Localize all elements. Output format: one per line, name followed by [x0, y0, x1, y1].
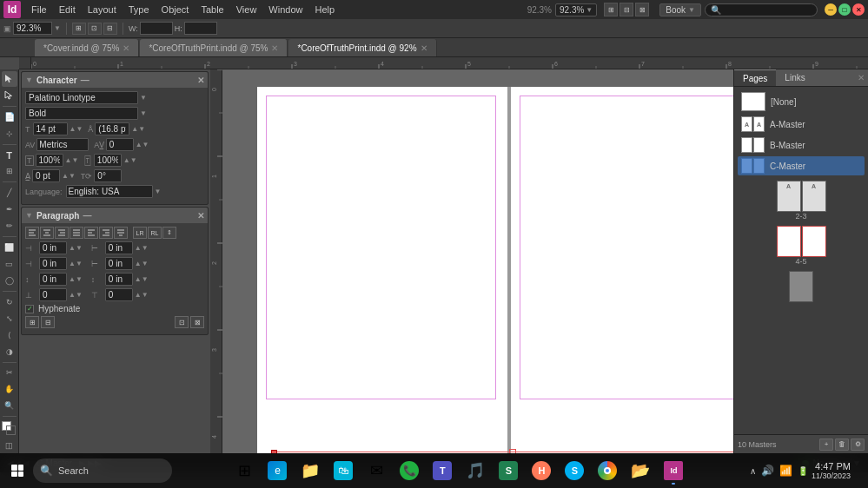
align-justify2[interactable]: [84, 227, 98, 239]
taskbar-app-skype[interactable]: S: [559, 455, 590, 486]
tool-zoom[interactable]: 🔍: [2, 398, 17, 413]
pages-settings-button[interactable]: ⚙: [851, 439, 865, 451]
tab-active-close[interactable]: ✕: [421, 43, 427, 53]
option-btn1[interactable]: ⊞: [72, 23, 86, 35]
menu-view[interactable]: View: [231, 3, 262, 16]
fill-stroke-swatches[interactable]: [2, 421, 17, 435]
align-justify4[interactable]: [114, 227, 128, 239]
indent-left-input[interactable]: 0 in: [39, 241, 67, 254]
text-col[interactable]: ⇕: [162, 227, 176, 239]
character-panel-minimize[interactable]: —: [81, 76, 89, 85]
tool-scissors[interactable]: ✂: [2, 366, 17, 381]
tracking-input[interactable]: 0: [106, 138, 134, 151]
taskbar-app-music[interactable]: 🎵: [460, 455, 491, 486]
zoom-input[interactable]: [13, 22, 52, 35]
language-select[interactable]: English: USA: [66, 185, 153, 198]
tab-cover-close[interactable]: ✕: [123, 43, 129, 53]
tool-pen[interactable]: ✒: [2, 201, 17, 217]
character-panel-close[interactable]: ✕: [197, 76, 204, 85]
pages-new-button[interactable]: +: [819, 439, 833, 451]
arrange-button[interactable]: ⊞: [604, 3, 618, 16]
character-panel-header[interactable]: ▼ Character — ✕: [22, 72, 208, 88]
links-tab[interactable]: Links: [776, 69, 813, 86]
align-right[interactable]: [55, 227, 69, 239]
tool-direct-select[interactable]: [2, 88, 17, 103]
menu-object[interactable]: Object: [156, 3, 195, 16]
align-left[interactable]: [25, 227, 39, 239]
spread-2-3[interactable]: A A 2-3: [738, 181, 865, 221]
master-c[interactable]: C-Master: [738, 156, 865, 175]
taskbar-app-hubspot[interactable]: H: [526, 455, 557, 486]
first-indent-input[interactable]: 0 in: [39, 257, 67, 270]
para-btn3[interactable]: ⊡: [175, 316, 189, 328]
master-a[interactable]: A A A-Master: [738, 115, 865, 134]
tool-rect[interactable]: ▭: [2, 256, 17, 272]
tool-ellipse[interactable]: ◯: [2, 273, 17, 288]
taskbar-clock[interactable]: 4:47 PM 11/30/2023: [812, 461, 851, 480]
tray-chevron[interactable]: ∧: [750, 466, 756, 476]
indent-right-input[interactable]: 0 in: [105, 241, 133, 254]
paragraph-panel-minimize[interactable]: —: [83, 211, 91, 221]
pages-trash-button[interactable]: 🗑: [835, 439, 849, 451]
tab-print-close[interactable]: ✕: [271, 43, 278, 53]
text-rtl[interactable]: RL: [148, 227, 162, 239]
baseline-input[interactable]: 0 pt: [32, 169, 60, 182]
taskbar-app-widgets[interactable]: ⊞: [229, 455, 260, 486]
option-btn2[interactable]: ⊡: [88, 23, 102, 35]
tool-scale[interactable]: ⤡: [2, 311, 17, 326]
tab-cover[interactable]: *Cover.indd @ 75% ✕: [35, 39, 139, 56]
scale-h-input[interactable]: 100%: [36, 154, 63, 167]
tray-battery[interactable]: 🔋: [798, 466, 808, 476]
space-before-input[interactable]: 0 in: [39, 273, 67, 286]
spread-4-5[interactable]: 4-5: [738, 226, 865, 266]
align-justify[interactable]: [70, 227, 83, 239]
scale-v-input[interactable]: 100%: [94, 154, 122, 167]
taskbar-app-chrome[interactable]: [592, 455, 623, 486]
font-style-input[interactable]: Bold: [25, 107, 138, 120]
tool-mode[interactable]: ◫: [2, 438, 17, 453]
tool-table[interactable]: ⊞: [2, 164, 17, 180]
para-btn4[interactable]: ⊠: [190, 316, 204, 328]
pages-panel-close[interactable]: ✕: [858, 73, 868, 82]
taskbar-app-teams[interactable]: T: [427, 455, 458, 486]
align-justify3[interactable]: [99, 227, 113, 239]
para-btn2[interactable]: ⊟: [41, 316, 55, 328]
tool-text[interactable]: T: [2, 148, 17, 163]
zoom-control[interactable]: 92.3% ▼: [555, 3, 597, 16]
tool-rotate[interactable]: ↻: [2, 294, 17, 310]
tool-pencil[interactable]: ✏: [2, 218, 17, 234]
kerning-type-select[interactable]: MetricsOptical0: [36, 138, 89, 151]
tool-shear[interactable]: ⟨: [2, 327, 17, 343]
text-ltr[interactable]: LR: [133, 227, 147, 239]
top-search[interactable]: 🔍: [705, 3, 818, 16]
menu-window[interactable]: Window: [263, 3, 308, 16]
start-button[interactable]: [3, 457, 31, 485]
taskbar-search[interactable]: 🔍 Search: [33, 458, 172, 483]
taskbar-app-mail[interactable]: ✉: [361, 455, 392, 486]
tool-line[interactable]: ╱: [2, 185, 17, 201]
pages-tab[interactable]: Pages: [734, 69, 776, 86]
tool-gap[interactable]: ⊹: [2, 126, 17, 142]
tab-active[interactable]: *CoreOfTruthPrint.indd @ 92% ✕: [288, 39, 436, 56]
extra-input2[interactable]: [105, 288, 133, 301]
tool-gradient[interactable]: ◑: [2, 344, 17, 359]
leading-input[interactable]: (16.8 pt): [95, 122, 129, 135]
taskbar-app-explorer[interactable]: 📁: [295, 455, 326, 486]
para-btn1[interactable]: ⊞: [25, 316, 39, 328]
show-desktop-button[interactable]: [854, 457, 861, 485]
paragraph-panel-header[interactable]: ▼ Paragraph — ✕: [22, 208, 208, 223]
taskbar-app-folder[interactable]: 📂: [625, 455, 656, 486]
taskbar-app-phone[interactable]: 📞: [394, 455, 425, 486]
taskbar-app-edge[interactable]: e: [262, 455, 293, 486]
menu-file[interactable]: File: [26, 3, 52, 16]
spread-extra[interactable]: [738, 271, 865, 302]
hyphenate-checkbox[interactable]: ✓: [25, 305, 34, 313]
menu-type[interactable]: Type: [123, 3, 155, 16]
master-none[interactable]: [None]: [738, 90, 865, 113]
taskbar-app-app1[interactable]: S: [493, 455, 524, 486]
tool-hand[interactable]: ✋: [2, 381, 17, 397]
menu-layout[interactable]: Layout: [83, 3, 122, 16]
tray-sound[interactable]: 📶: [779, 465, 792, 477]
rotation-input[interactable]: 0°: [94, 169, 122, 182]
tray-network[interactable]: 🔊: [761, 465, 774, 477]
